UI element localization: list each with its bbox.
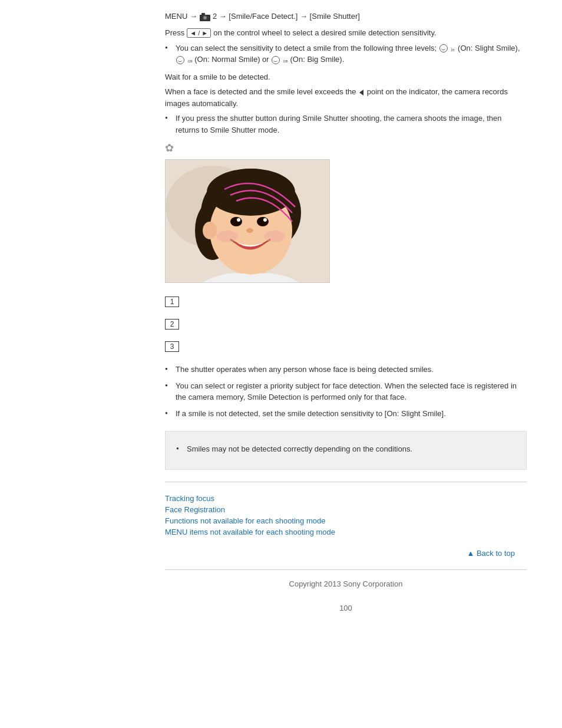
back-to-top-section: Back to top	[165, 548, 527, 558]
link-face-registration[interactable]: Face Registration	[165, 505, 527, 514]
press-instruction: Press ◄ / ► on the control wheel to sele…	[165, 28, 527, 38]
svg-point-9	[203, 222, 217, 239]
svg-rect-1	[201, 13, 205, 15]
svg-point-13	[263, 218, 267, 222]
menu-number: 2 → [Smile/Face Detect.] → [Smile Shutte…	[213, 12, 360, 21]
divider-1	[165, 482, 527, 482]
tip-icon: ✿	[165, 141, 527, 154]
camera-icon	[200, 12, 210, 21]
labels-section: 1 2 3	[165, 297, 527, 352]
photo-container: 1 2 3	[165, 159, 330, 283]
note-item-3: If a smile is not detected, set the smil…	[165, 408, 527, 420]
caution-item: Smiles may not be detected correctly dep…	[176, 443, 515, 455]
menu-text: MENU →	[165, 12, 197, 21]
control-arrows: ◄ / ►	[187, 28, 211, 38]
svg-point-12	[237, 218, 240, 222]
copyright: Copyright 2013 Sony Corporation	[165, 570, 527, 598]
shutter-notes: If you press the shutter button during S…	[165, 113, 527, 136]
svg-point-15	[217, 230, 238, 242]
svg-point-14	[246, 228, 253, 233]
normal-smile-icon	[176, 56, 184, 64]
detect-text: When a face is detected and the smile le…	[165, 86, 527, 109]
big-smile-icon	[272, 56, 280, 64]
notes-section: The shutter operates when any person who…	[165, 364, 527, 419]
caution-box: Smiles may not be detected correctly dep…	[165, 431, 527, 470]
wait-text: Wait for a smile to be detected.	[165, 71, 527, 83]
link-tracking-focus[interactable]: Tracking focus	[165, 494, 527, 503]
label-badge-1: 1	[165, 297, 179, 307]
svg-point-3	[204, 17, 206, 19]
label-item-3: 3	[165, 341, 527, 352]
menu-path: MENU → 2 → [Smile/Face Detect.] → [Smile…	[165, 12, 527, 21]
svg-point-10	[230, 217, 242, 226]
label-badge-2: 2	[165, 319, 179, 330]
label-item-2: 2	[165, 319, 527, 330]
sensitivity-item: You can select the sensitivity to detect…	[165, 42, 527, 65]
label-badge-3: 3	[165, 341, 179, 352]
svg-point-16	[264, 230, 285, 242]
back-to-top-link[interactable]: Back to top	[467, 549, 515, 558]
image-section: ✿	[165, 141, 527, 285]
label-item-1: 1	[165, 297, 527, 307]
shutter-note-item: If you press the shutter button during S…	[165, 113, 527, 136]
page-container: MENU → 2 → [Smile/Face Detect.] → [Smile…	[0, 0, 562, 728]
link-menu-items-not-available[interactable]: MENU items not available for each shooti…	[165, 528, 527, 536]
note-item-1: The shutter operates when any person who…	[165, 364, 527, 375]
notes-list: The shutter operates when any person who…	[165, 364, 527, 419]
link-functions-not-available[interactable]: Functions not available for each shootin…	[165, 516, 527, 525]
caution-list: Smiles may not be detected correctly dep…	[176, 443, 515, 455]
page-number: 100	[165, 598, 527, 624]
content-area: MENU → 2 → [Smile/Face Detect.] → [Smile…	[0, 0, 562, 636]
slight-smile-icon	[439, 44, 448, 52]
svg-point-18	[207, 169, 295, 216]
sensitivity-list: You can select the sensitivity to detect…	[165, 42, 527, 65]
links-section: Tracking focus Face Registration Functio…	[165, 494, 527, 536]
left-arrow-icon	[359, 90, 363, 95]
note-item-2: You can select or register a priority su…	[165, 380, 527, 403]
child-photo-svg	[166, 160, 330, 283]
svg-point-11	[257, 217, 269, 226]
photo-box: 1 2 3	[165, 159, 330, 283]
